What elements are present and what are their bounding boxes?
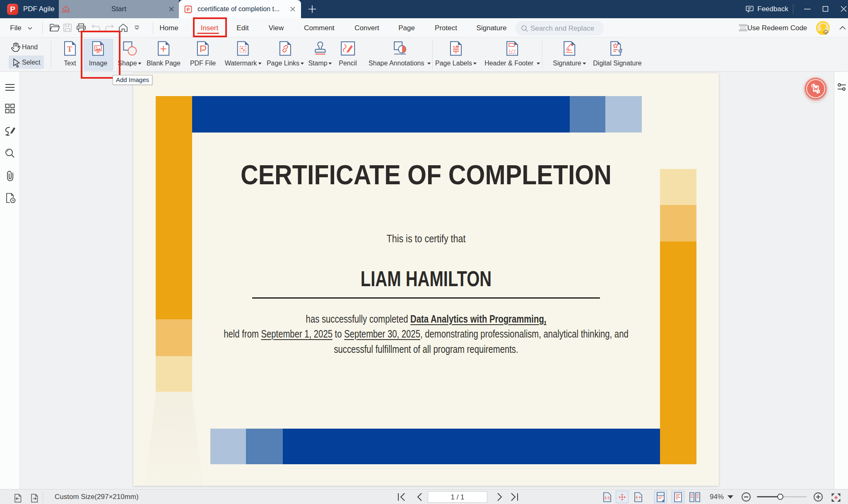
svg-text:T: T [67,45,72,53]
svg-text:P: P [187,7,190,12]
svg-text:1:1: 1:1 [605,496,610,500]
